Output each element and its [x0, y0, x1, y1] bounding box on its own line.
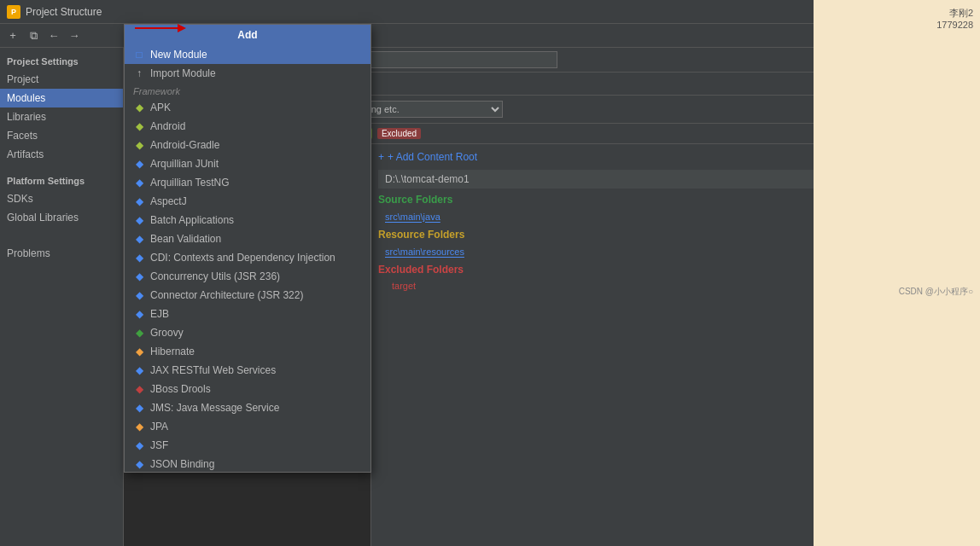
- dropdown-item-jax-restful-web-services[interactable]: ◆JAX RESTful Web Services: [125, 361, 370, 380]
- icon-red: ◆: [133, 383, 145, 395]
- framework-item-label: Groovy: [150, 327, 184, 339]
- framework-item-label: APK: [150, 102, 171, 113]
- icon-apk: ◆: [133, 102, 145, 113]
- add-dropdown: Add □ New Module ↑ Import Module Framewo…: [124, 24, 371, 473]
- dropdown-item-jsf[interactable]: ◆JSF: [125, 436, 370, 455]
- watermark-csdn: CSDN @小小程序○: [899, 286, 973, 298]
- dropdown-import-module[interactable]: ↑ Import Module: [125, 64, 370, 83]
- icon-blue: ◆: [133, 214, 145, 226]
- platform-settings-title: Platform Settings: [0, 171, 123, 189]
- framework-item-label: JAX RESTful Web Services: [150, 364, 276, 376]
- dropdown-item-bean-validation[interactable]: ◆Bean Validation: [125, 229, 370, 248]
- watermark: 李刚2 1779228 CSDN @小小程序○: [814, 0, 980, 546]
- dropdown-item-json-binding[interactable]: ◆JSON Binding: [125, 455, 370, 472]
- icon-blue: ◆: [133, 308, 145, 320]
- dropdown-item-groovy[interactable]: ◆Groovy: [125, 323, 370, 342]
- dropdown-header: Add: [125, 25, 370, 45]
- framework-item-label: JMS: Java Message Service: [150, 402, 279, 414]
- new-module-label: New Module: [150, 49, 207, 61]
- title-bar-text: Project Structure: [26, 6, 929, 18]
- icon-blue: ◆: [133, 252, 145, 264]
- dropdown-new-module[interactable]: □ New Module: [125, 45, 370, 64]
- framework-item-label: EJB: [150, 308, 169, 320]
- dropdown-item-jms:-java-message-service[interactable]: ◆JMS: Java Message Service: [125, 398, 370, 417]
- framework-items: ◆APK◆Android◆Android-Gradle◆Arquillian J…: [125, 98, 370, 472]
- framework-item-label: JPA: [150, 421, 168, 433]
- dropdown-item-jboss-drools[interactable]: ◆JBoss Drools: [125, 380, 370, 398]
- framework-item-label: Hibernate: [150, 346, 195, 357]
- content-root-path: D:\.\tomcat-demo1: [385, 173, 470, 185]
- watermark-line2: 1779228: [936, 20, 973, 30]
- dropdown-item-apk[interactable]: ◆APK: [125, 98, 370, 117]
- dropdown-item-jpa[interactable]: ◆JPA: [125, 417, 370, 436]
- framework-item-label: Arquillian TestNG: [150, 177, 229, 189]
- icon-green: ◆: [133, 327, 145, 339]
- icon-blue: ◆: [133, 364, 145, 376]
- framework-item-label: AspectJ: [150, 195, 187, 207]
- dropdown-item-connector-architecture-(jsr-322)[interactable]: ◆Connector Architecture (JSR 322): [125, 286, 370, 305]
- dropdown-item-concurrency-utils-(jsr-236)[interactable]: ◆Concurrency Utils (JSR 236): [125, 267, 370, 286]
- framework-item-label: Bean Validation: [150, 233, 221, 245]
- icon-blue: ◆: [133, 289, 145, 301]
- excluded-folder-path: target: [392, 281, 416, 291]
- import-module-icon: ↑: [133, 67, 145, 79]
- app-icon: P: [7, 5, 20, 19]
- icon-blue: ◆: [133, 270, 145, 282]
- framework-item-label: Android: [150, 120, 185, 132]
- dropdown-item-arquillian-junit[interactable]: ◆Arquillian JUnit: [125, 154, 370, 173]
- framework-item-label: JBoss Drools: [150, 383, 211, 395]
- icon-orange: ◆: [133, 346, 145, 357]
- forward-button[interactable]: →: [65, 26, 84, 45]
- icon-orange: ◆: [133, 421, 145, 433]
- framework-item-label: Connector Architecture (JSR 322): [150, 289, 303, 301]
- dropdown-item-ejb[interactable]: ◆EJB: [125, 305, 370, 323]
- dropdown-item-arquillian-testng[interactable]: ◆Arquillian TestNG: [125, 173, 370, 192]
- icon-gradle: ◆: [133, 139, 145, 151]
- icon-blue: ◆: [133, 177, 145, 189]
- badge-excluded[interactable]: Excluded: [377, 128, 421, 139]
- sidebar-item-sdks[interactable]: SDKs: [0, 189, 123, 208]
- dropdown-item-batch-applications[interactable]: ◆Batch Applications: [125, 211, 370, 229]
- sidebar-item-project[interactable]: Project: [0, 70, 123, 89]
- add-button[interactable]: +: [3, 26, 22, 45]
- icon-blue: ◆: [133, 458, 145, 470]
- icon-blue: ◆: [133, 402, 145, 414]
- import-module-label: Import Module: [150, 67, 216, 79]
- dropdown-item-cdi:-contexts-and-dependency-injection[interactable]: ◆CDI: Contexts and Dependency Injection: [125, 248, 370, 267]
- watermark-line1: 李刚2: [949, 7, 973, 20]
- framework-item-label: JSON Binding: [150, 458, 214, 470]
- project-settings-title: Project Settings: [0, 51, 123, 70]
- sidebar: Project Settings Project Modules Librari…: [0, 48, 124, 546]
- sidebar-item-facets[interactable]: Facets: [0, 126, 123, 145]
- sidebar-item-libraries[interactable]: Libraries: [0, 107, 123, 126]
- framework-section-title: Framework: [125, 83, 370, 98]
- sidebar-item-artifacts[interactable]: Artifacts: [0, 145, 123, 164]
- dropdown-item-android-gradle[interactable]: ◆Android-Gradle: [125, 136, 370, 154]
- framework-item-label: CDI: Contexts and Dependency Injection: [150, 252, 335, 264]
- new-module-icon: □: [133, 49, 145, 61]
- dropdown-scroll: □ New Module ↑ Import Module Framework ◆…: [125, 45, 370, 472]
- dropdown-item-aspectj[interactable]: ◆AspectJ: [125, 192, 370, 211]
- sidebar-item-global-libraries[interactable]: Global Libraries: [0, 208, 123, 227]
- icon-blue: ◆: [133, 439, 145, 451]
- sidebar-item-modules[interactable]: Modules: [0, 89, 123, 107]
- framework-item-label: Batch Applications: [150, 214, 234, 226]
- icon-blue: ◆: [133, 158, 145, 170]
- icon-blue: ◆: [133, 195, 145, 207]
- framework-item-label: JSF: [150, 439, 168, 451]
- dropdown-item-hibernate[interactable]: ◆Hibernate: [125, 342, 370, 361]
- dropdown-item-android[interactable]: ◆Android: [125, 117, 370, 136]
- icon-android: ◆: [133, 120, 145, 132]
- framework-item-label: Concurrency Utils (JSR 236): [150, 270, 280, 282]
- sidebar-item-problems[interactable]: Problems: [0, 244, 123, 263]
- copy-button[interactable]: ⧉: [24, 26, 43, 45]
- framework-item-label: Arquillian JUnit: [150, 158, 219, 170]
- icon-blue: ◆: [133, 233, 145, 245]
- framework-item-label: Android-Gradle: [150, 139, 219, 151]
- back-button[interactable]: ←: [44, 26, 63, 45]
